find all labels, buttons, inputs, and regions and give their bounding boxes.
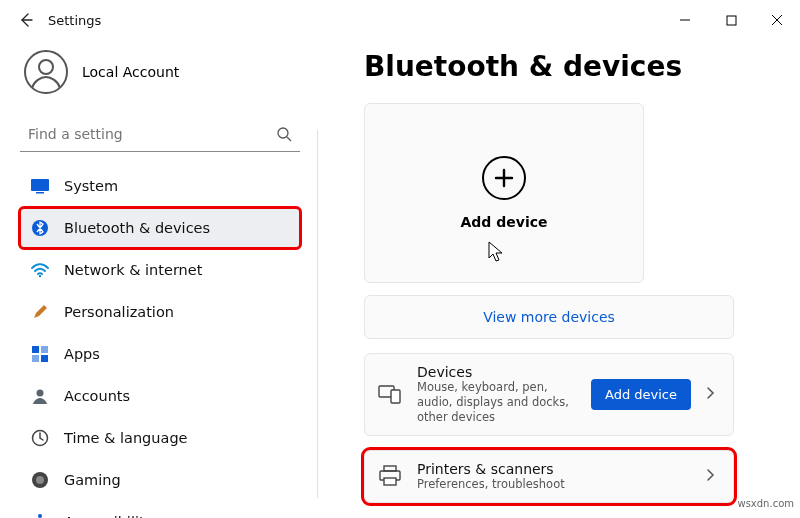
titlebar: Settings	[0, 0, 800, 40]
nav-personalization[interactable]: Personalization	[20, 292, 300, 332]
nav-system[interactable]: System	[20, 166, 300, 206]
arrow-left-icon	[18, 12, 34, 28]
view-more-label: View more devices	[483, 309, 615, 325]
svg-point-7	[39, 275, 41, 277]
add-device-tile[interactable]: Add device	[364, 103, 644, 283]
nav-apps[interactable]: Apps	[20, 334, 300, 374]
nav-list: System Bluetooth & devices Network & int…	[20, 166, 300, 518]
devices-subtitle: Mouse, keyboard, pen, audio, displays an…	[417, 380, 577, 425]
monitor-icon	[30, 176, 50, 196]
svg-rect-10	[32, 355, 39, 362]
paintbrush-icon	[30, 302, 50, 322]
svg-point-1	[25, 51, 67, 93]
apps-icon	[30, 344, 50, 364]
gaming-icon	[30, 470, 50, 490]
accessibility-icon	[30, 512, 50, 518]
plus-circle-icon	[482, 156, 526, 200]
svg-rect-8	[32, 346, 39, 353]
nav-network[interactable]: Network & internet	[20, 250, 300, 290]
svg-rect-19	[384, 466, 396, 471]
devices-title: Devices	[417, 364, 577, 380]
nav-label: Apps	[64, 346, 100, 362]
watermark: wsxdn.com	[737, 498, 794, 509]
printers-title: Printers & scanners	[417, 461, 691, 477]
add-device-button[interactable]: Add device	[591, 379, 691, 410]
search-icon	[276, 126, 292, 142]
account-block[interactable]: Local Account	[24, 50, 306, 94]
svg-point-15	[36, 476, 44, 484]
back-button[interactable]	[12, 6, 40, 34]
window-title: Settings	[48, 13, 101, 28]
svg-rect-11	[41, 355, 48, 362]
nav-label: Accounts	[64, 388, 130, 404]
nav-label: Gaming	[64, 472, 121, 488]
maximize-button[interactable]	[708, 4, 754, 36]
nav-label: Bluetooth & devices	[64, 220, 210, 236]
chevron-right-icon	[705, 385, 721, 404]
search-input[interactable]	[28, 126, 276, 142]
nav-accounts[interactable]: Accounts	[20, 376, 300, 416]
sidebar: Local Account System Bluetooth & devices…	[0, 40, 318, 518]
svg-rect-0	[727, 16, 736, 25]
svg-rect-9	[41, 346, 48, 353]
printers-subtitle: Preferences, troubleshoot	[417, 477, 691, 492]
printers-scanners-card[interactable]: Printers & scanners Preferences, trouble…	[364, 450, 734, 503]
nav-label: Time & language	[64, 430, 188, 446]
minimize-button[interactable]	[662, 4, 708, 36]
avatar-icon	[24, 50, 68, 94]
cursor-icon	[487, 240, 505, 262]
maximize-icon	[726, 15, 737, 26]
nav-label: Personalization	[64, 304, 174, 320]
nav-gaming[interactable]: Gaming	[20, 460, 300, 500]
svg-rect-5	[36, 192, 44, 194]
content-area: Bluetooth & devices Add device View more…	[318, 40, 800, 518]
close-button[interactable]	[754, 4, 800, 36]
svg-point-2	[39, 60, 53, 74]
nav-label: Network & internet	[64, 262, 202, 278]
nav-label: System	[64, 178, 118, 194]
devices-card[interactable]: Devices Mouse, keyboard, pen, audio, dis…	[364, 353, 734, 436]
person-icon	[30, 386, 50, 406]
wifi-icon	[30, 260, 50, 280]
page-title: Bluetooth & devices	[364, 50, 778, 83]
minimize-icon	[679, 14, 691, 26]
view-more-devices-link[interactable]: View more devices	[364, 295, 734, 339]
bluetooth-icon	[30, 218, 50, 238]
printer-icon	[377, 463, 403, 489]
nav-accessibility[interactable]: Accessibility	[20, 502, 300, 518]
devices-icon	[377, 381, 403, 407]
search-box[interactable]	[20, 116, 300, 152]
account-name: Local Account	[82, 64, 179, 80]
svg-point-16	[38, 514, 42, 518]
chevron-right-icon	[705, 467, 721, 486]
nav-label: Accessibility	[64, 514, 153, 518]
svg-point-12	[37, 390, 44, 397]
svg-rect-18	[391, 390, 400, 403]
close-icon	[771, 14, 783, 26]
svg-rect-21	[384, 478, 396, 485]
clock-globe-icon	[30, 428, 50, 448]
nav-time[interactable]: Time & language	[20, 418, 300, 458]
add-device-label: Add device	[461, 214, 548, 230]
nav-bluetooth[interactable]: Bluetooth & devices	[20, 208, 300, 248]
svg-rect-4	[31, 179, 49, 191]
svg-point-3	[278, 128, 288, 138]
